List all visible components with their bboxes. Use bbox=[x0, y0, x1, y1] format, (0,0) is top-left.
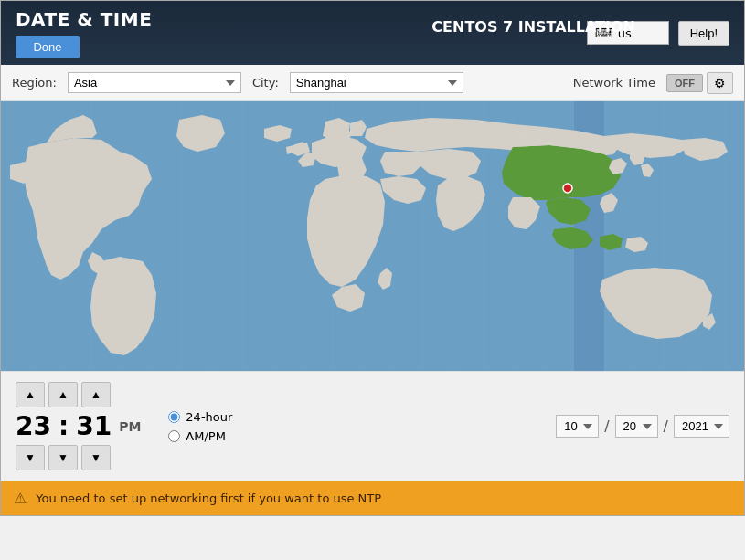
date-controls: 1234 5678 9101112 / 1234 5678 9101112 13… bbox=[556, 415, 729, 438]
region-label: Region: bbox=[12, 76, 57, 90]
map-container[interactable] bbox=[1, 101, 744, 371]
network-time-gear[interactable]: ⚙ bbox=[707, 72, 733, 94]
time-colon: : bbox=[59, 411, 69, 441]
region-select[interactable]: Asia Africa America Antarctica Arctic At… bbox=[68, 72, 241, 93]
time-display: 23 : 31 PM bbox=[16, 411, 141, 441]
done-button[interactable]: Done bbox=[16, 36, 80, 58]
year-select[interactable]: 20192020202120222023 bbox=[674, 415, 729, 438]
main-window: DATE & TIME Done CENTOS 7 INSTALLATION ⌨… bbox=[0, 0, 745, 516]
toolbar: Region: Asia Africa America Antarctica A… bbox=[1, 65, 744, 101]
format-24h-radio[interactable] bbox=[168, 411, 180, 423]
world-map bbox=[1, 101, 732, 371]
ampm-display: PM bbox=[119, 419, 141, 434]
month-select[interactable]: 1234 5678 9101112 bbox=[556, 415, 599, 438]
hours-display: 23 bbox=[16, 411, 51, 441]
warning-icon: ⚠ bbox=[14, 490, 27, 507]
time-arrows-top: ▲ ▲ ▲ bbox=[16, 382, 111, 407]
toggle-container: OFF ⚙ bbox=[666, 72, 733, 94]
format-ampm-radio[interactable] bbox=[168, 430, 180, 442]
warning-text: You need to set up networking first if y… bbox=[36, 491, 381, 505]
date-sep-2: / bbox=[664, 417, 668, 435]
location-marker bbox=[563, 184, 572, 193]
header-left: DATE & TIME Done bbox=[16, 8, 152, 58]
seconds-down-button[interactable]: ▼ bbox=[81, 445, 111, 470]
format-ampm-option[interactable]: AM/PM bbox=[168, 429, 232, 443]
centos-title: CENTOS 7 INSTALLATION bbox=[431, 18, 635, 36]
minutes-down-button[interactable]: ▼ bbox=[48, 445, 78, 470]
city-select[interactable]: Shanghai Beijing Tokyo Seoul Singapore M… bbox=[290, 72, 463, 93]
time-arrows-bottom: ▼ ▼ ▼ bbox=[16, 445, 111, 470]
format-24h-option[interactable]: 24-hour bbox=[168, 410, 232, 424]
date-sep-1: / bbox=[604, 417, 609, 435]
header-right: CENTOS 7 INSTALLATION ⌨ us Help! bbox=[587, 21, 729, 46]
time-controls: ▲ ▲ ▲ 23 : 31 PM ▼ ▼ ▼ bbox=[16, 382, 141, 470]
network-time-toggle[interactable]: OFF bbox=[666, 74, 703, 92]
hours-up-button[interactable]: ▲ bbox=[16, 382, 45, 407]
page-title: DATE & TIME bbox=[16, 8, 152, 30]
minutes-up-button[interactable]: ▲ bbox=[48, 382, 78, 407]
day-select[interactable]: 1234 5678 9101112 13141516 17181920 2122… bbox=[615, 415, 658, 438]
format-24h-label: 24-hour bbox=[186, 410, 232, 424]
network-time-label: Network Time bbox=[573, 76, 655, 90]
bottom-panel: ▲ ▲ ▲ 23 : 31 PM ▼ ▼ ▼ 24-hour bbox=[1, 371, 744, 481]
format-ampm-label: AM/PM bbox=[186, 429, 226, 443]
help-button[interactable]: Help! bbox=[678, 21, 729, 46]
hours-down-button[interactable]: ▼ bbox=[16, 445, 45, 470]
header: DATE & TIME Done CENTOS 7 INSTALLATION ⌨… bbox=[1, 1, 744, 65]
format-options: 24-hour AM/PM bbox=[168, 410, 232, 443]
city-label: City: bbox=[252, 76, 279, 90]
seconds-up-button[interactable]: ▲ bbox=[81, 382, 111, 407]
minutes-display: 31 bbox=[76, 411, 112, 441]
warning-bar: ⚠ You need to set up networking first if… bbox=[1, 481, 744, 515]
